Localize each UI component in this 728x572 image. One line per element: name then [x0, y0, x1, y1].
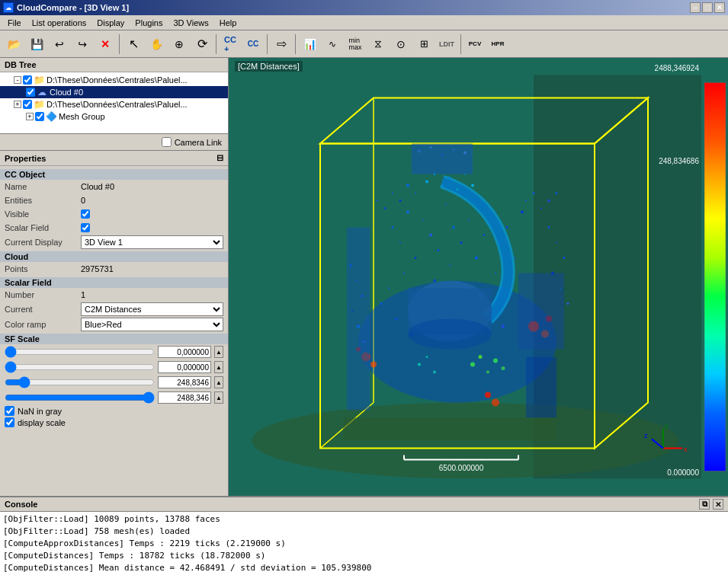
console-close-button[interactable]: ✕ [713, 499, 723, 510]
svg-point-69 [502, 366, 505, 370]
back-button[interactable]: ↩ [49, 34, 70, 55]
tree-check-2[interactable] [26, 88, 35, 97]
curve-button[interactable]: ∿ [322, 34, 343, 55]
sf-slider-4[interactable] [5, 391, 155, 404]
svg-point-68 [493, 359, 498, 363]
svg-point-65 [470, 363, 475, 367]
tree-expand-4[interactable]: + [26, 113, 34, 120]
camera-link-checkbox[interactable] [162, 137, 172, 147]
menu-plugins[interactable]: Plugins [130, 17, 167, 29]
tree-expand-3[interactable]: + [14, 101, 21, 108]
prop-sf-number-label: Number [5, 290, 81, 299]
prop-section-cloud: Cloud [0, 251, 228, 262]
sf-spin-up-3[interactable]: ▲ [214, 376, 223, 388]
tree-label-1: D:\These\Données\Centrales\Paluel... [47, 75, 188, 85]
menubar: File List operations Display Plugins 3D … [0, 15, 728, 30]
tree-check-4[interactable] [35, 112, 44, 121]
hpr-button[interactable]: HPR [487, 34, 508, 55]
prop-visible-checkbox[interactable] [81, 209, 90, 219]
toolbar-sep-5 [460, 34, 461, 54]
rotate-button[interactable]: ⟳ [191, 34, 213, 55]
zoom-button[interactable]: ⊕ [168, 34, 190, 55]
menu-3d-views[interactable]: 3D Views [168, 17, 213, 29]
svg-point-102 [533, 192, 535, 194]
pcv-button[interactable]: PCV [464, 34, 486, 55]
hand-button[interactable]: ✋ [146, 34, 167, 55]
prop-points-label: Points [5, 264, 81, 273]
sf-slider-2[interactable] [5, 361, 155, 373]
tree-item-cloud[interactable]: ☁ Cloud #0 [0, 86, 228, 98]
arrow-icon: ⇨ [277, 37, 287, 51]
prop-sf-colorramp-select[interactable]: Blue>Red [81, 318, 223, 331]
display-scale-checkbox[interactable] [5, 417, 14, 427]
chart-button[interactable]: 📊 [299, 34, 320, 55]
toolbar-sep-3 [267, 34, 268, 54]
tree-item-mesh[interactable]: + 🔷 Mesh Group [0, 110, 228, 123]
prop-scalar-checkbox[interactable] [81, 223, 90, 232]
toolbar: 📂 💾 ↩ ↩ ✕ ↖ ✋ ⊕ ⟳ CC+ CC ⇨ 📊 ∿ mi [0, 30, 728, 58]
save-button[interactable]: 💾 [26, 34, 47, 55]
prop-section-sf: Scalar Field [0, 277, 228, 288]
undo-button[interactable]: ↩ [72, 34, 93, 55]
maximize-button[interactable]: □ [702, 2, 713, 13]
label-button[interactable]: LDIT [436, 34, 457, 55]
minmax-button[interactable]: minmax [345, 34, 366, 55]
prop-display-select[interactable]: 3D View 1 [81, 235, 223, 249]
svg-point-12 [396, 318, 398, 320]
menu-display[interactable]: Display [92, 17, 129, 29]
tree-item-folder2[interactable]: + 📁 D:\These\Données\Centrales\Paluel... [0, 98, 228, 110]
tree-item-folder1[interactable]: - 📁 D:\These\Données\Centrales\Paluel... [0, 74, 228, 86]
mesh-icon: 🔷 [46, 111, 56, 122]
sf-spin-up-1[interactable]: ▲ [214, 346, 223, 358]
main-content: DB Tree - 📁 D:\These\Données\Centrales\P… [0, 58, 728, 496]
svg-point-35 [438, 249, 440, 251]
circle-button[interactable]: ⊙ [390, 34, 412, 55]
sf-slider-3[interactable] [5, 376, 155, 388]
menu-list-operations[interactable]: List operations [27, 17, 91, 29]
prop-points-value: 2975731 [81, 264, 223, 273]
filter-button[interactable]: ⧖ [367, 34, 389, 55]
save-icon: 💾 [30, 38, 43, 50]
tree-check-3[interactable] [23, 100, 32, 109]
cc-button[interactable]: CC [242, 34, 264, 55]
svg-point-53 [448, 177, 451, 180]
prop-display-label: Current Display [5, 238, 81, 247]
console-header: Console ⧉ ✕ [0, 497, 728, 512]
svg-point-91 [563, 257, 566, 259]
console-content[interactable]: [ObjFilter::Load] 10089 points, 13788 fa… [0, 512, 728, 572]
console-float-button[interactable]: ⧉ [699, 499, 710, 510]
menu-file[interactable]: File [3, 17, 26, 29]
delete-button[interactable]: ✕ [95, 34, 116, 55]
close-button[interactable]: ✕ [714, 2, 725, 13]
chart-icon: 📊 [303, 38, 316, 50]
grid-button[interactable]: ⊞ [413, 34, 435, 55]
svg-point-77 [453, 149, 455, 151]
svg-point-67 [486, 371, 489, 374]
svg-point-74 [418, 150, 421, 153]
svg-point-38 [460, 241, 463, 244]
tree-check-1[interactable] [23, 75, 32, 85]
app-icon: ☁ [3, 2, 14, 13]
sf-spin-up-2[interactable]: ▲ [214, 361, 223, 373]
prop-sf-current-select[interactable]: C2M Distances [81, 302, 223, 316]
sf-slider-1[interactable] [5, 346, 155, 358]
arrow-button[interactable]: ⇨ [271, 34, 292, 55]
console-line-4: [ComputeDistances] Temps : 18782 ticks (… [3, 550, 725, 562]
svg-point-46 [521, 211, 524, 214]
folder-icon-2: 📁 [34, 99, 44, 110]
nan-gray-checkbox[interactable] [5, 406, 14, 416]
svg-point-31 [406, 211, 409, 214]
svg-point-87 [357, 325, 360, 328]
hand-icon: ✋ [150, 38, 163, 50]
menu-help[interactable]: Help [215, 17, 242, 29]
minimize-button[interactable]: ─ [690, 2, 701, 13]
add-cloud-button[interactable]: CC+ [220, 34, 241, 55]
prop-sf-number-row: Number 1 [0, 288, 228, 302]
open-button[interactable]: 📂 [3, 34, 24, 55]
view-3d[interactable]: [C2M Distances] [229, 58, 728, 496]
sf-spin-up-4[interactable]: ▲ [214, 391, 223, 404]
svg-text:y: y [665, 422, 669, 430]
cursor-button[interactable]: ↖ [123, 34, 144, 55]
properties-expand-icon[interactable]: ⊟ [216, 153, 223, 163]
tree-expand-1[interactable]: - [14, 76, 21, 84]
